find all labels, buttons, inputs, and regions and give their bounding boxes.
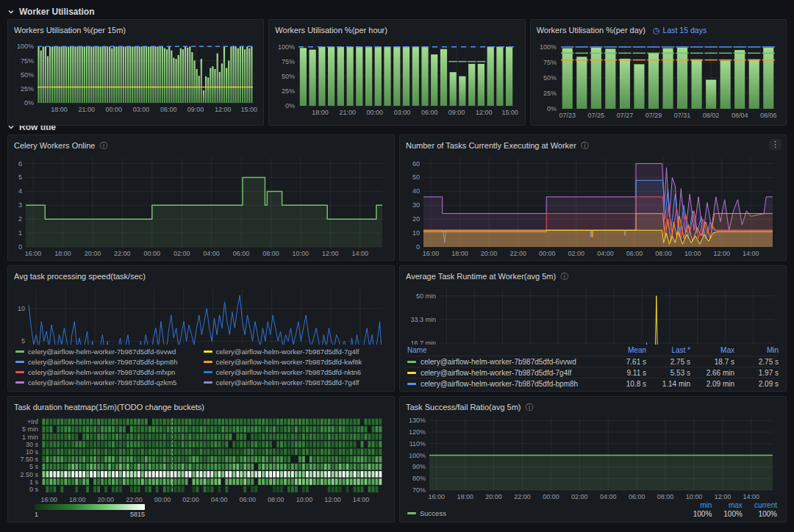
svg-text:30 s: 30 s	[26, 441, 39, 448]
svg-text:07/29: 07/29	[645, 112, 662, 119]
panel-per15m: Workers Utilisation %(per 15m) 0%25%50%7…	[7, 19, 264, 126]
runtime-chart[interactable]: 0 s16.7 min33.3 min50 min16:0018:0020:00…	[406, 283, 780, 345]
svg-text:10:00: 10:00	[686, 493, 703, 500]
svg-text:04:00: 04:00	[597, 250, 614, 257]
legend-item[interactable]: celery@airflow-helm-worker-7b987d5dfd-7g…	[204, 378, 387, 387]
svg-text:08:00: 08:00	[262, 250, 279, 257]
legend-item[interactable]: celery@airflow-helm-worker-7b987d5dfd-nk…	[204, 367, 387, 377]
svg-text:08:00: 08:00	[655, 250, 672, 257]
legend-stat-value: 1.14 min	[646, 380, 690, 388]
svg-text:14:00: 14:00	[743, 493, 760, 500]
svg-text:16:00: 16:00	[423, 250, 440, 257]
svg-text:0: 0	[416, 243, 420, 251]
success-chart[interactable]: 70%80%90%100%110%120%130%16:0018:0020:00…	[406, 414, 780, 501]
legend-label: celery@airflow-helm-worker-7b987d5dfd-qz…	[28, 378, 176, 387]
legend-swatch	[407, 372, 416, 374]
svg-text:50%: 50%	[543, 74, 557, 82]
legend-item[interactable]: celery@airflow-helm-worker-7b987d5dfd-mf…	[15, 367, 199, 377]
svg-text:10:00: 10:00	[296, 496, 313, 503]
svg-text:20:00: 20:00	[481, 250, 498, 257]
panel-header[interactable]: Celery Workers Online ⓘ	[14, 139, 388, 152]
success-legend: Success min max current 100% 100% 100%	[406, 501, 780, 520]
legend-label: celery@airflow-helm-worker-7b987d5dfd-mf…	[28, 368, 175, 376]
legend-header-last[interactable]: Last *	[646, 346, 690, 354]
panel-header[interactable]: Workers Utilisation %(per hour)	[275, 24, 518, 37]
svg-text:09:00: 09:00	[448, 109, 465, 116]
workers-online-chart[interactable]: 012345616:0018:0020:0022:0000:0002:0004:…	[14, 152, 388, 258]
stat-header-min[interactable]: min	[693, 501, 712, 509]
legend-stat-value: 18.7 s	[690, 358, 734, 366]
perhour-chart[interactable]: 0%25%50%75%100%18:0021:0000:0003:0006:00…	[275, 37, 518, 123]
legend-item[interactable]: celery@airflow-helm-worker-7b987d5dfd-6v…	[15, 347, 199, 356]
tasks-executing-chart[interactable]: 010203040506016:0018:0020:0022:0000:0002…	[406, 152, 780, 258]
legend-header-min[interactable]: Min	[734, 346, 779, 354]
panel-header[interactable]: Workers Utilisation %(per day) ◷ Last 15…	[537, 24, 780, 37]
svg-text:08:00: 08:00	[657, 493, 674, 500]
legend-item[interactable]: celery@airflow-helm-worker-7b987d5dfd-kw…	[204, 357, 387, 367]
runtime-legend-row[interactable]: celery@airflow-helm-worker-7b987d5dfd-bp…	[407, 378, 779, 389]
panel-header[interactable]: Number of Tasks Currently Executing at W…	[406, 139, 780, 152]
svg-text:07/31: 07/31	[673, 112, 690, 119]
per15m-svg: 0%25%50%75%100%18:0021:0000:0003:0006:00…	[14, 37, 257, 114]
legend-item[interactable]: celery@airflow-helm-worker-7b987d5dfd-bp…	[15, 357, 199, 367]
svg-text:16:00: 16:00	[25, 250, 42, 257]
svg-text:100%: 100%	[278, 43, 295, 51]
panel-header[interactable]: Task Success/fail Ratio(avg 5m) ⓘ	[406, 400, 780, 414]
legend-stat-value: 1.97 s	[734, 369, 779, 377]
panel-header[interactable]: Workers Utilisation %(per 15m)	[14, 24, 257, 37]
stat-header-current[interactable]: current	[754, 501, 777, 509]
info-icon[interactable]: ⓘ	[526, 403, 534, 411]
panel-header[interactable]: Average Task Runtime at Worker(avg 5m) ⓘ	[406, 270, 780, 283]
panel-header[interactable]: Task duration heatmap(15m)(TODO change b…	[14, 400, 388, 414]
svg-text:06:00: 06:00	[160, 106, 177, 113]
panel-perday: Workers Utilisation %(per day) ◷ Last 15…	[530, 19, 787, 126]
svg-text:12:00: 12:00	[713, 250, 730, 257]
legend-swatch	[15, 371, 24, 373]
legend-stat-value: 2.75 s	[734, 358, 779, 366]
section-header-worker-utilisation[interactable]: Worker Utilisation	[7, 4, 787, 19]
legend-item[interactable]: celery@airflow-helm-worker-7b987d5dfd-qz…	[15, 378, 199, 387]
per15m-chart[interactable]: 0%25%50%75%100%18:0021:0000:0003:0006:00…	[14, 37, 257, 123]
svg-text:02:00: 02:00	[182, 496, 199, 503]
svg-text:22:00: 22:00	[126, 496, 143, 503]
svg-text:02:00: 02:00	[174, 250, 190, 257]
svg-text:1: 1	[18, 229, 22, 237]
svg-text:06:00: 06:00	[233, 250, 250, 257]
legend-item[interactable]: celery@airflow-helm-worker-7b987d5dfd-7g…	[204, 347, 387, 356]
runtime-legend-row[interactable]: celery@airflow-helm-worker-7b987d5dfd-7g…	[407, 367, 779, 378]
grafana-dashboard: Worker Utilisation Workers Utilisation %…	[0, 0, 794, 532]
svg-text:14:00: 14:00	[743, 250, 759, 257]
speed-chart[interactable]: 051016:0018:0020:0022:0000:0002:0004:000…	[14, 283, 388, 345]
svg-text:16:00: 16:00	[40, 496, 57, 503]
legend-header-mean[interactable]: Mean	[602, 346, 646, 354]
info-icon[interactable]: ⓘ	[581, 142, 589, 150]
panel-title: Avg task processing speed(task/sec)	[14, 272, 146, 281]
svg-text:50 min: 50 min	[416, 292, 436, 300]
svg-text:18:00: 18:00	[69, 496, 86, 503]
section-title: Worker Utilisation	[19, 7, 94, 17]
svg-text:04:00: 04:00	[211, 496, 228, 503]
panel-menu-icon[interactable]: ⋮	[769, 139, 782, 150]
svg-text:0%: 0%	[285, 102, 295, 109]
perday-chart[interactable]: 0%25%50%75%100%07/2307/2507/2707/2907/31…	[537, 37, 780, 123]
legend-header-max[interactable]: Max	[690, 346, 734, 354]
time-range-badge[interactable]: ◷ Last 15 days	[653, 26, 707, 35]
runtime-legend-header: Name Mean Last * Max Min	[407, 345, 779, 356]
stat-header-max[interactable]: max	[723, 501, 743, 509]
runtime-legend-row[interactable]: celery@airflow-helm-worker-7b987d5dfd-6v…	[407, 356, 779, 367]
info-icon[interactable]: ⓘ	[560, 273, 568, 281]
panel-header[interactable]: Avg task processing speed(task/sec)	[14, 270, 388, 283]
svg-text:7.50 s: 7.50 s	[20, 456, 38, 463]
legend-item-success[interactable]: Success	[407, 508, 446, 518]
legend-label: celery@airflow-helm-worker-7b987d5dfd-7g…	[216, 378, 360, 387]
svg-text:2: 2	[18, 215, 22, 223]
svg-text:5: 5	[21, 337, 25, 345]
heatmap-chart[interactable]: 16:0018:0020:0022:0000:0002:0004:0006:00…	[14, 414, 388, 504]
legend-header-name[interactable]: Name	[407, 346, 602, 354]
heatmap-color-scale: 1 5815	[35, 504, 145, 520]
svg-text:06:00: 06:00	[629, 493, 645, 500]
svg-text:00:00: 00:00	[367, 109, 384, 116]
info-icon[interactable]: ⓘ	[99, 142, 107, 150]
svg-text:0%: 0%	[24, 99, 34, 107]
panel-title: Celery Workers Online	[14, 141, 95, 150]
